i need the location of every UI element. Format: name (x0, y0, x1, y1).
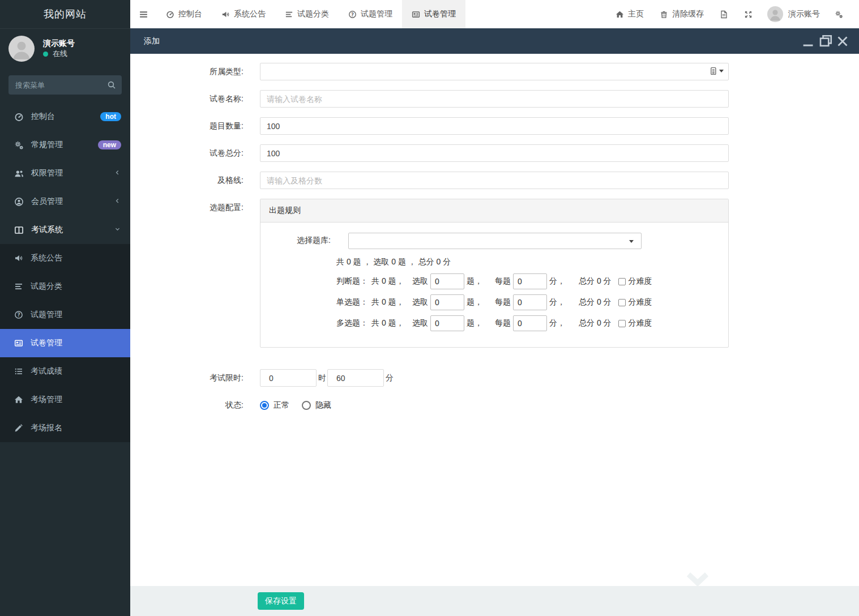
rule-pick-label: 选取 (412, 297, 428, 307)
form-row-pass: 及格线: (130, 172, 859, 189)
selectpage-icon[interactable] (710, 67, 724, 75)
rule-row-judge: 判断题： 共 0 题， 选取 题， 每题 分， 总分 0 分 分难度 (336, 273, 720, 289)
align-left-icon (285, 10, 293, 19)
new-badge: new (98, 140, 121, 149)
newspaper-icon (412, 10, 420, 19)
pass-line-label: 及格线: (130, 172, 243, 189)
rule-total: 共 0 题， (371, 318, 412, 328)
nav-tab-label: 试题分类 (297, 9, 329, 19)
submenu-item-label: 试题管理 (31, 310, 62, 320)
multi-pick-input[interactable] (430, 315, 464, 331)
single-score-input[interactable] (513, 294, 547, 310)
chevron-down-icon (114, 225, 121, 234)
rule-total: 共 0 题， (371, 297, 412, 307)
caret-down-icon (719, 70, 724, 72)
submenu-item-exam-signup[interactable]: 考场报名 (0, 414, 130, 442)
nav-tab-question-category[interactable]: 试题分类 (275, 0, 339, 28)
multi-difficulty-checkbox[interactable] (618, 320, 626, 327)
sidebar-submenu: 系统公告 试题分类 试题管理 试卷管理 考试成绩 考场管理 (0, 244, 130, 442)
minimize-icon[interactable] (800, 33, 817, 50)
sidebar: 我的网站 演示账号 在线 控制台 hot 常规管理 (0, 0, 130, 616)
submenu-item-announcements[interactable]: 系统公告 (0, 244, 130, 272)
nav-tab-paper-manage[interactable]: 试卷管理 (402, 0, 465, 28)
save-button[interactable]: 保存设置 (258, 592, 304, 610)
restore-icon[interactable] (817, 33, 834, 50)
judge-pick-input[interactable] (430, 273, 464, 289)
rule-each-unit: 分， (549, 297, 565, 307)
submenu-item-label: 系统公告 (31, 253, 62, 263)
submenu-item-exam-scores[interactable]: 考试成绩 (0, 357, 130, 386)
status-option-label: 隐藏 (315, 400, 331, 410)
difficulty-label: 分难度 (629, 276, 652, 286)
brand-title[interactable]: 我的网站 (0, 0, 130, 28)
rule-pick-label: 选取 (412, 318, 428, 328)
status-option-label: 正常 (273, 400, 289, 410)
duration-hours-input[interactable] (260, 369, 317, 387)
sidebar-item-auth[interactable]: 权限管理 (0, 159, 130, 187)
rule-each-label: 每题 (495, 276, 511, 286)
rule-pick-unit: 题， (467, 276, 482, 286)
question-count-input[interactable] (260, 117, 729, 135)
menu-search-input[interactable] (8, 75, 122, 95)
hamburger-icon[interactable] (130, 0, 156, 28)
question-count-label: 题目数量: (130, 117, 243, 135)
user-avatar[interactable] (8, 36, 35, 62)
settings-gear-icon[interactable] (827, 0, 851, 28)
total-score-input[interactable] (260, 144, 729, 162)
sidebar-menu: 控制台 hot 常规管理 new 权限管理 会员管理 考试系统 (0, 102, 130, 244)
close-icon[interactable] (834, 33, 851, 50)
paper-name-input[interactable] (260, 90, 729, 108)
multi-score-input[interactable] (513, 315, 547, 331)
form-row-name: 试卷名称: (130, 90, 859, 108)
nav-tab-announcements[interactable]: 系统公告 (212, 0, 275, 28)
submenu-item-paper-manage[interactable]: 试卷管理 (0, 329, 130, 357)
single-pick-input[interactable] (430, 294, 464, 310)
navbar-username: 演示账号 (788, 9, 820, 19)
type-label: 所属类型: (130, 63, 243, 80)
dashboard-icon (166, 10, 174, 19)
nav-tab-question-manage[interactable]: 试题管理 (339, 0, 402, 28)
chevron-left-icon (114, 197, 121, 206)
navbar-user-menu[interactable]: 演示账号 (760, 6, 827, 22)
rule-total: 共 0 题， (371, 276, 412, 286)
sidebar-item-label: 权限管理 (31, 168, 114, 178)
judge-score-input[interactable] (513, 273, 547, 289)
status-label: 状态: (130, 396, 243, 410)
bank-row: 选择题库: (260, 233, 720, 249)
single-difficulty-checkbox[interactable] (618, 299, 626, 306)
pencil-icon (14, 424, 23, 433)
chevron-left-icon (114, 169, 121, 178)
submenu-item-exam-room[interactable]: 考场管理 (0, 386, 130, 414)
dialog-footer: 保存设置 (130, 586, 859, 616)
pass-line-input[interactable] (260, 172, 729, 189)
rule-each-label: 每题 (495, 318, 511, 328)
sidebar-item-exam-system[interactable]: 考试系统 (0, 216, 130, 244)
judge-difficulty-checkbox[interactable] (618, 278, 626, 285)
clear-cache-link[interactable]: 清除缓存 (652, 0, 712, 28)
form-row-type: 所属类型: (130, 63, 859, 80)
status-radio-normal[interactable]: 正常 (260, 400, 289, 410)
type-select[interactable] (260, 63, 729, 80)
rule-row-single: 单选题： 共 0 题， 选取 题， 每题 分， 总分 0 分 分难度 (336, 294, 720, 310)
rule-name: 单选题： (336, 297, 371, 307)
status-radio-hidden[interactable]: 隐藏 (302, 400, 331, 410)
search-icon[interactable] (107, 80, 116, 89)
home-icon (616, 10, 624, 19)
bank-label: 选择题库: (260, 233, 331, 249)
volume-icon (221, 10, 230, 19)
submenu-item-question-manage[interactable]: 试题管理 (0, 301, 130, 329)
home-link[interactable]: 主页 (608, 0, 652, 28)
submenu-item-label: 考试成绩 (31, 366, 62, 377)
difficulty-label: 分难度 (629, 297, 652, 307)
question-circle-icon (348, 10, 357, 19)
sidebar-item-general[interactable]: 常规管理 new (0, 131, 130, 159)
fullscreen-icon[interactable] (736, 0, 760, 28)
nav-tab-dashboard[interactable]: 控制台 (156, 0, 212, 28)
sidebar-item-members[interactable]: 会员管理 (0, 187, 130, 216)
submenu-item-question-category[interactable]: 试题分类 (0, 272, 130, 301)
sidebar-item-dashboard[interactable]: 控制台 hot (0, 102, 130, 131)
bank-select[interactable] (348, 233, 642, 249)
docs-icon[interactable] (712, 0, 736, 28)
duration-minutes-input[interactable] (327, 369, 384, 387)
volume-icon (14, 254, 23, 263)
